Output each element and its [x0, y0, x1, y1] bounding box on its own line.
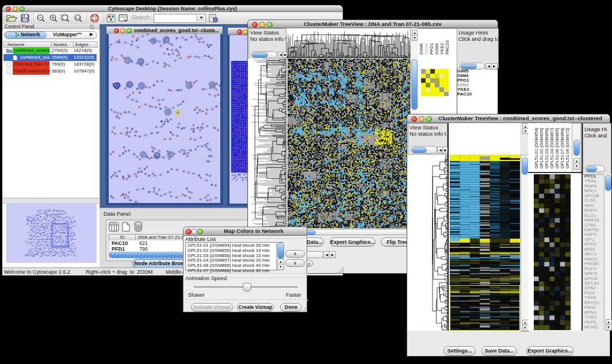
- svg-text:1:1: 1:1: [75, 16, 80, 20]
